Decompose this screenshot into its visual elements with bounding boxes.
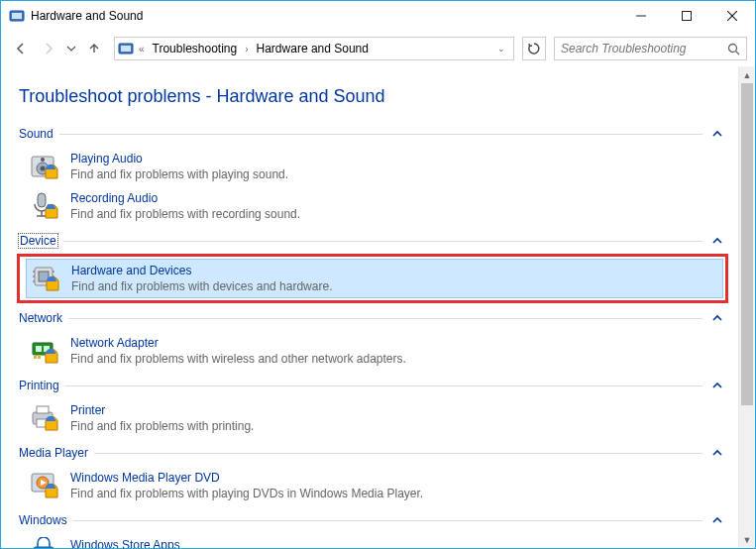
- printer-icon: [29, 402, 60, 434]
- breadcrumb-hardware-sound[interactable]: Hardware and Sound: [253, 40, 373, 57]
- section-header-media[interactable]: Media Player: [19, 444, 726, 462]
- item-desc: Find and fix problems with recording sou…: [70, 206, 300, 222]
- item-windows-store-apps[interactable]: Windows Store Apps Troubleshoot problems…: [25, 533, 726, 548]
- svg-rect-31: [37, 406, 49, 413]
- chevron-up-icon[interactable]: [708, 511, 726, 529]
- store-icon: [29, 537, 60, 548]
- item-desc: Find and fix problems with playing DVDs …: [70, 486, 423, 501]
- section-header-sound[interactable]: Sound: [19, 125, 726, 143]
- section-header-device[interactable]: Device: [19, 232, 726, 250]
- section-label: Printing: [19, 379, 59, 392]
- svg-line-9: [736, 51, 740, 55]
- recent-dropdown[interactable]: [64, 37, 78, 60]
- section-label: Network: [19, 311, 62, 325]
- svg-rect-14: [38, 193, 46, 207]
- search-icon[interactable]: [727, 43, 740, 55]
- highlight-box: Hardware and Devices Find and fix proble…: [17, 254, 728, 303]
- scroll-thumb[interactable]: [741, 83, 753, 405]
- section-header-windows[interactable]: Windows: [19, 511, 726, 529]
- titlebar: Hardware and Sound: [1, 1, 755, 31]
- window: Hardware and Sound « Trou: [0, 0, 756, 549]
- section-header-network[interactable]: Network: [19, 309, 726, 327]
- item-desc: Find and fix problems with playing sound…: [70, 166, 288, 182]
- item-desc: Find and fix problems with printing.: [70, 418, 254, 434]
- address-bar[interactable]: « Troubleshooting › Hardware and Sound ⌄: [114, 37, 514, 60]
- item-title: Windows Media Player DVD: [70, 470, 423, 486]
- item-title: Playing Audio: [70, 151, 288, 166]
- item-network-adapter[interactable]: Network Adapter Find and fix problems wi…: [25, 331, 726, 371]
- chevron-up-icon[interactable]: [708, 444, 726, 462]
- item-recording-audio[interactable]: Recording Audio Find and fix problems wi…: [25, 186, 726, 226]
- address-icon: [117, 40, 135, 57]
- maximize-button[interactable]: [664, 1, 709, 31]
- chip-icon: [30, 263, 61, 294]
- item-title: Printer: [70, 402, 254, 418]
- svg-point-13: [41, 158, 45, 162]
- svg-point-12: [41, 166, 46, 171]
- svg-point-8: [729, 44, 737, 52]
- back-button[interactable]: [9, 37, 33, 60]
- refresh-button[interactable]: [522, 37, 546, 60]
- section-header-printing[interactable]: Printing: [19, 377, 726, 394]
- scroll-up-icon[interactable]: ▲: [739, 66, 755, 83]
- minimize-button[interactable]: [618, 1, 664, 31]
- item-printer[interactable]: Printer Find and fix problems with print…: [25, 398, 726, 438]
- search-input[interactable]: [561, 42, 727, 55]
- item-title: Windows Store Apps: [70, 537, 514, 548]
- item-title: Hardware and Devices: [71, 263, 332, 278]
- scrollbar[interactable]: ▲ ▼: [738, 66, 755, 548]
- address-dropdown-icon[interactable]: ⌄: [491, 44, 511, 54]
- item-playing-audio[interactable]: Playing Audio Find and fix problems with…: [25, 147, 726, 186]
- section-label: Media Player: [19, 446, 88, 460]
- media-player-icon: [29, 470, 60, 501]
- navbar: « Troubleshooting › Hardware and Sound ⌄: [1, 31, 755, 66]
- app-icon: [9, 8, 25, 24]
- svg-rect-7: [121, 46, 131, 52]
- microphone-icon: [29, 190, 60, 222]
- item-wmp-dvd[interactable]: Windows Media Player DVD Find and fix pr…: [25, 466, 726, 505]
- item-desc: Find and fix problems with devices and h…: [71, 278, 332, 294]
- svg-rect-29: [38, 355, 41, 359]
- breadcrumb-troubleshooting[interactable]: Troubleshooting: [149, 40, 242, 57]
- chevron-right-icon[interactable]: ›: [243, 44, 250, 55]
- network-card-icon: [29, 335, 60, 367]
- svg-rect-35: [34, 547, 54, 548]
- item-title: Recording Audio: [70, 190, 300, 206]
- up-button[interactable]: [82, 37, 106, 60]
- scroll-down-icon[interactable]: ▼: [739, 531, 755, 548]
- item-desc: Find and fix problems with wireless and …: [70, 351, 406, 367]
- chevron-up-icon[interactable]: [708, 125, 726, 143]
- search-box[interactable]: [554, 37, 747, 60]
- chevron-up-icon[interactable]: [708, 232, 726, 250]
- svg-rect-3: [683, 12, 692, 21]
- section-label: Sound: [19, 127, 54, 141]
- breadcrumb-sep-icon: «: [137, 44, 147, 55]
- speaker-icon: [29, 151, 60, 182]
- item-hardware-devices[interactable]: Hardware and Devices Find and fix proble…: [26, 259, 723, 298]
- chevron-up-icon[interactable]: [708, 377, 726, 394]
- window-title: Hardware and Sound: [31, 9, 143, 23]
- scroll-track[interactable]: [739, 83, 755, 531]
- forward-button[interactable]: [37, 37, 60, 60]
- item-title: Network Adapter: [70, 335, 406, 351]
- section-label: Device: [19, 234, 57, 248]
- svg-rect-1: [12, 13, 22, 19]
- chevron-up-icon[interactable]: [708, 309, 726, 327]
- section-label: Windows: [19, 513, 67, 527]
- svg-rect-26: [36, 346, 42, 352]
- page-title: Troubleshoot problems - Hardware and Sou…: [19, 86, 726, 107]
- close-button[interactable]: [709, 1, 755, 31]
- svg-rect-28: [34, 355, 37, 359]
- content-area: Troubleshoot problems - Hardware and Sou…: [1, 66, 738, 548]
